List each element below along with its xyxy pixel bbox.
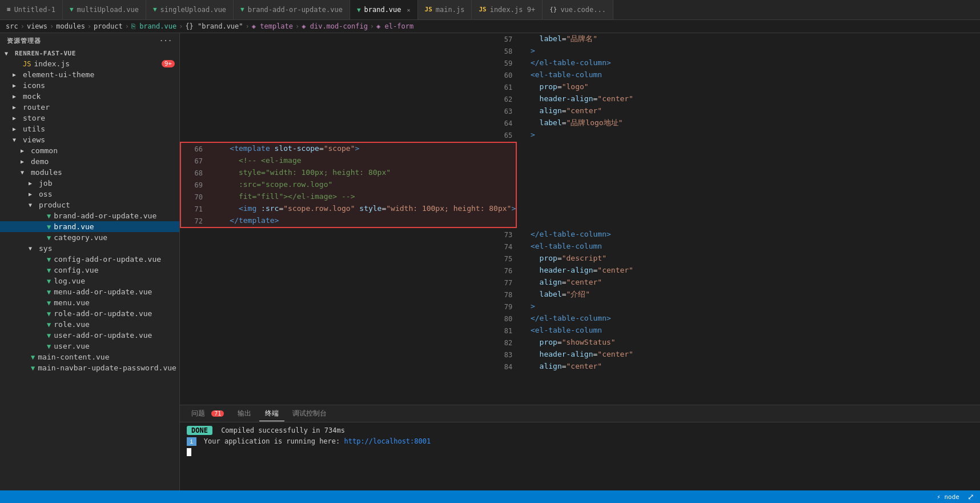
code-line: 74 <el-table-column — [180, 241, 980, 253]
bottom-tab-output[interactable]: 输出 — [232, 406, 257, 421]
tab-label: multiUpload.vue — [77, 6, 139, 14]
tab-main-js[interactable]: JS main.js — [418, 0, 472, 19]
sidebar-item-root[interactable]: ▼ RENREN-FAST-VUE — [0, 49, 179, 58]
bottom-panel: 问题 71 输出 终端 调试控制台 DONE Compiled successf… — [180, 405, 980, 490]
code-line: 80 </el-table-column> — [180, 313, 980, 325]
sidebar-item-label: job — [39, 179, 52, 187]
line-content: prop="descript" — [519, 253, 980, 265]
sidebar-item-menu-add-or-update[interactable]: ▶ ▼ menu-add-or-update.vue — [0, 286, 179, 297]
sidebar-item-oss[interactable]: ▶ oss — [0, 189, 179, 199]
line-content: prop="showStatus" — [519, 337, 980, 349]
breadcrumb-part[interactable]: ◈ template — [252, 22, 293, 30]
sidebar-item-product[interactable]: ▼ product — [0, 199, 179, 210]
bottom-tab-debug-console[interactable]: 调试控制台 — [287, 406, 332, 421]
line-content: </el-table-column> — [519, 229, 980, 241]
vue-file-icon: ▼ — [47, 288, 51, 296]
tab-singleupload[interactable]: ▼ singleUpload.vue — [146, 0, 234, 19]
sidebar-item-menu-vue[interactable]: ▶ ▼ menu.vue — [0, 297, 179, 308]
line-content: prop="logo" — [519, 81, 980, 93]
sidebar-item-index-js[interactable]: ▶ JS index.js 9+ — [0, 58, 179, 69]
sidebar-item-config-vue[interactable]: ▶ ▼ config.vue — [0, 265, 179, 276]
close-icon[interactable]: ✕ — [407, 7, 411, 13]
breadcrumb-part[interactable]: modules — [56, 22, 85, 30]
sidebar-item-job[interactable]: ▶ job — [0, 178, 179, 189]
code-line: 57 label="品牌名" — [180, 33, 980, 45]
breadcrumb-part[interactable]: views — [27, 22, 47, 30]
sidebar-item-store[interactable]: ▶ store — [0, 113, 179, 123]
sidebar-item-role-add-or-update[interactable]: ▶ ▼ role-add-or-update.vue — [0, 308, 179, 319]
vue-file-icon: ▼ — [47, 310, 51, 318]
tab-brand-add-or-update[interactable]: ▼ brand-add-or-update.vue — [234, 0, 350, 19]
sidebar-item-label: store — [23, 114, 45, 122]
vue-file-icon: ▼ — [47, 223, 51, 231]
bottom-tab-problems[interactable]: 问题 71 — [186, 406, 230, 421]
sidebar-item-main-content[interactable]: ▶ ▼ main-content.vue — [0, 352, 179, 362]
arrow-icon: ▼ — [29, 245, 37, 251]
sidebar-menu-button[interactable]: ··· — [159, 37, 172, 45]
sidebar-item-label: product — [39, 201, 70, 209]
sidebar-item-utils[interactable]: ▶ utils — [0, 123, 179, 134]
sidebar-item-log-vue[interactable]: ▶ ▼ log.vue — [0, 276, 179, 286]
sidebar-item-views[interactable]: ▼ views — [0, 134, 179, 145]
tab-vue-config[interactable]: {} vue.code... — [543, 0, 613, 19]
sidebar-item-common[interactable]: ▶ common — [0, 145, 179, 156]
sidebar-item-role-vue[interactable]: ▶ ▼ role.vue — [0, 319, 179, 330]
app-url[interactable]: http://localhost:8001 — [344, 437, 431, 445]
sidebar-item-sys[interactable]: ▼ sys — [0, 243, 179, 254]
code-line: 78 label="介绍" — [180, 289, 980, 301]
status-bar-right: ⚡ node ⤢ — [937, 492, 974, 501]
breadcrumb-part[interactable]: product — [94, 22, 123, 30]
tab-untitled-1[interactable]: ≡ Untitled-1 — [0, 0, 63, 19]
tab-bar: ≡ Untitled-1 ▼ multiUpload.vue ▼ singleU… — [0, 0, 980, 20]
breadcrumb-part[interactable]: {} "brand.vue" — [185, 22, 243, 30]
sidebar-item-brand-add-or-update[interactable]: ▶ ▼ brand-add-or-update.vue — [0, 210, 179, 221]
breadcrumb-sep: › — [125, 22, 129, 30]
line-content: header-align="center" — [519, 265, 980, 277]
sidebar-item-config-add-or-update[interactable]: ▶ ▼ config-add-or-update.vue — [0, 254, 179, 265]
line-number: 72 — [181, 215, 210, 227]
line-content: :src="scope.row.logo" — [210, 179, 332, 191]
breadcrumb-part[interactable]: ◈ el-form — [376, 22, 413, 30]
sidebar-item-brand-vue[interactable]: ▶ ▼ brand.vue — [0, 221, 179, 232]
bottom-tab-terminal[interactable]: 终端 — [259, 406, 284, 421]
line-number: 58 — [180, 45, 519, 57]
breadcrumb-sep: › — [87, 22, 91, 30]
editor-content[interactable]: 57 label="品牌名" 58 > 59 </el-table-column… — [180, 33, 980, 405]
sidebar-item-user-vue[interactable]: ▶ ▼ user.vue — [0, 341, 179, 352]
line-content: header-align="center" — [519, 93, 980, 105]
line-number: 74 — [180, 241, 519, 253]
editor-area: 57 label="品牌名" 58 > 59 </el-table-column… — [180, 33, 980, 490]
line-number: 59 — [180, 57, 519, 69]
sidebar-title: 资源管理器 — [7, 37, 41, 45]
arrow-icon: ▼ — [5, 50, 13, 57]
sidebar-item-demo[interactable]: ▶ demo — [0, 156, 179, 167]
sidebar-item-main-navbar-update-password[interactable]: ▶ ▼ main-navbar-update-password.vue — [0, 362, 179, 373]
breadcrumb-part[interactable]: ◈ div.mod-config — [302, 22, 368, 30]
file-icon: ≡ — [7, 6, 11, 13]
breadcrumb-part[interactable]: src — [6, 22, 18, 30]
sidebar-item-label: sys — [39, 244, 52, 253]
sidebar-item-element-ui-theme[interactable]: ▶ element-ui-theme — [0, 69, 179, 80]
problems-badge: 71 — [211, 410, 224, 417]
tab-brand-vue[interactable]: ▼ brand.vue ✕ — [350, 0, 418, 19]
line-content: <template slot-scope="scope"> — [210, 143, 359, 155]
status-expand[interactable]: ⤢ — [967, 492, 974, 501]
sidebar-item-category-vue[interactable]: ▶ ▼ category.vue — [0, 232, 179, 243]
sidebar-item-icons[interactable]: ▶ icons — [0, 80, 179, 91]
vue-file-icon: ▼ — [47, 342, 51, 350]
sidebar-item-label: main-content.vue — [38, 353, 109, 361]
line-number: 69 — [181, 179, 210, 191]
sidebar-item-label: user.vue — [54, 342, 90, 350]
vue-file-icon: ▼ — [47, 277, 51, 285]
sidebar-item-router[interactable]: ▶ router — [0, 102, 179, 113]
arrow-icon: ▶ — [13, 82, 21, 89]
terminal-cursor — [187, 448, 191, 456]
line-number: 60 — [180, 69, 519, 81]
tab-index-js[interactable]: JS index.js 9+ — [472, 0, 543, 19]
sidebar-item-user-add-or-update[interactable]: ▶ ▼ user-add-or-update.vue — [0, 330, 179, 341]
tab-multiupload[interactable]: ▼ multiUpload.vue — [63, 0, 146, 19]
breadcrumb-part[interactable]: ⎘ brand.vue — [131, 22, 176, 30]
code-line: 76 header-align="center" — [180, 265, 980, 277]
sidebar-item-modules[interactable]: ▼ modules — [0, 167, 179, 178]
sidebar-item-mock[interactable]: ▶ mock — [0, 91, 179, 102]
